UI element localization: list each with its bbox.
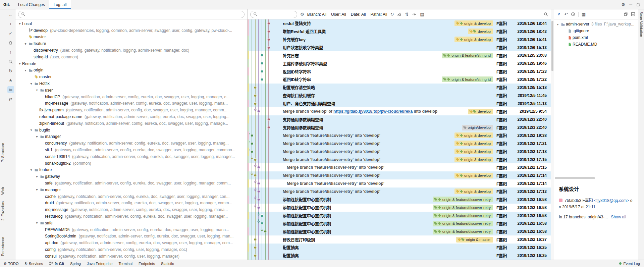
date-filter[interactable]: Date: All [351, 12, 366, 17]
log-search-input[interactable] [260, 12, 294, 17]
toolwindow-button-bean-validation[interactable]: Bean Validation [639, 11, 643, 37]
compare-icon[interactable]: ⇄ [7, 96, 14, 102]
branch-tree-row-manager[interactable]: ▾manager [15, 186, 247, 193]
commit-row[interactable]: 补充日志origin & feature/string-idF嘉阳2019/12… [248, 51, 551, 59]
commit-row[interactable]: 返回ID转字符串F嘉阳2019/12/5 17:23 [248, 67, 551, 75]
commit-row[interactable]: Merge branch 'feature/discover-retry' in… [248, 140, 551, 148]
branch-tree-row-safe[interactable]: ▾safe [15, 220, 247, 226]
branch-label[interactable]: develop [468, 109, 493, 114]
branch-label[interactable]: origin & feature/discover-retry [433, 213, 493, 218]
branch-label[interactable]: origin & develop [454, 132, 493, 138]
branch-tree-row-reformat-package-name[interactable]: reformat-package-name(gateway, notificat… [15, 113, 247, 120]
hide-icon[interactable] [631, 12, 635, 16]
float-mode-icon[interactable] [624, 12, 628, 16]
chevron-down-icon[interactable]: ▾ [35, 88, 39, 92]
group-by-packages-icon[interactable]: ▦ [582, 12, 586, 16]
commit-row[interactable]: Merge branch 'develop' of https://gitlab… [248, 107, 551, 115]
branch-tree-row-fix-jvm-param[interactable]: fix-jvm-param(gateway, notification, adm… [15, 107, 247, 113]
branch-label[interactable]: origin & feature/string-id [442, 53, 493, 58]
branch-label[interactable]: origin & develop [454, 20, 493, 26]
branch-tree-row-feature[interactable]: ▾feature [15, 40, 247, 47]
statusbar-item-6-todo[interactable]: 6: TODO [4, 262, 19, 266]
commit-row[interactable]: 用户状态接收字符类型F嘉阳2019/12/6 15:13 [248, 44, 551, 52]
commit-row[interactable]: 添加连接配置中心重试机制origin & feature/discover-re… [248, 196, 551, 204]
branch-tree-row-config[interactable]: config(gateway, notification, admin-serv… [15, 246, 247, 253]
branch-tree-row-hotfix[interactable]: ▾Hotfix [15, 80, 247, 87]
tab-log-all[interactable]: Log: all [49, 0, 71, 9]
branch-search-field[interactable] [18, 11, 245, 18]
branch-tree-row-sit-1[interactable]: sit-1(gateway, notification, admin-serve… [15, 147, 247, 153]
branch-label[interactable]: origin & feature/discover-retry [433, 221, 493, 226]
branch-label[interactable]: origin/develop [462, 125, 493, 130]
statusbar-item-spring[interactable]: Spring [70, 262, 81, 266]
statusbar-item-8-services[interactable]: 8: Services [25, 262, 43, 266]
branch-tree-row-mq-message[interactable]: mq-message(gateway, notification, admin-… [15, 206, 247, 213]
branch-tree-row-user[interactable]: ▾user [15, 87, 247, 94]
changed-file-row-pom-xml[interactable]: pom.xml [554, 34, 638, 41]
rollback-icon[interactable]: ↶ [564, 12, 568, 16]
branch-label[interactable]: origin & feature/string-id [442, 76, 493, 82]
chevron-down-icon[interactable]: ▾ [29, 168, 34, 172]
chevron-down-icon[interactable]: ▾ [29, 82, 34, 86]
branch-tree-row-bugfix[interactable]: ▾bugfix [15, 127, 247, 134]
branch-tree-row-safe[interactable]: safe(gateway, notification, admin-server… [15, 180, 247, 186]
commit-row[interactable]: 修改日志打印级别origin & masterF嘉阳2019/12/2 16:3… [248, 235, 551, 244]
commit-row[interactable]: 添加连接配置中心重试机制origin & feature/discover-re… [248, 212, 551, 220]
branch-tree-row-druid[interactable]: druid(gateway, notification, admin-serve… [15, 200, 247, 207]
chevron-down-icon[interactable]: ▾ [17, 22, 22, 25]
columns-icon[interactable]: ▤ [420, 12, 424, 16]
show-all-link[interactable]: Show all [611, 215, 626, 219]
toolwindow-button-web[interactable]: Web [1, 187, 5, 195]
branch-tree-row-feature[interactable]: ▾feature [15, 167, 247, 173]
branch-tree-row-api-doc[interactable]: api-doc(gateway, notification, admin-ser… [15, 239, 247, 246]
branch-label[interactable]: origin & feature/discover-retry [433, 197, 493, 202]
branch-tree-row-origin[interactable]: ▾origin [15, 67, 247, 74]
branch-tree-row-consul[interactable]: consul(gateway, notification, admin-serv… [15, 253, 247, 260]
log-search-field[interactable] [250, 11, 297, 18]
log-scrollbar-thumb[interactable] [551, 21, 553, 71]
group-by-directory-icon[interactable] [7, 86, 14, 93]
toolwindow-button-persistence[interactable]: Persistence [1, 237, 5, 256]
commit-row[interactable]: 用户、角色支持通用模糊查询F嘉阳2019/12/5 11:13 [248, 100, 551, 108]
cherry-pick-icon[interactable] [397, 12, 401, 16]
add-icon[interactable]: + [7, 20, 14, 27]
delete-icon[interactable] [7, 39, 14, 46]
commit-row[interactable]: 添加连接配置中心重试机制origin & feature/discover-re… [248, 204, 551, 212]
commit-row[interactable]: 配置抽离F嘉阳2019/12/2 16:25 [248, 252, 551, 260]
history-icon[interactable] [571, 12, 575, 16]
settings-icon[interactable]: ⚙ [621, 2, 625, 7]
branch-label[interactable]: origin & master [456, 237, 493, 243]
chevron-down-icon[interactable]: ▾ [23, 68, 28, 72]
branch-label[interactable]: origin & develop [454, 37, 493, 42]
commit-row[interactable]: Merge branch 'feature/discover-retry' in… [248, 156, 551, 164]
chevron-down-icon[interactable]: ▾ [29, 128, 34, 132]
commit-row[interactable]: 支持通用参数模糊查询origin/developF嘉阳2019/12/3 22:… [248, 123, 551, 131]
sort-icon[interactable]: ⇅ [405, 12, 409, 16]
log-scrollbar[interactable] [551, 9, 554, 260]
push-icon[interactable]: ↑ [7, 49, 14, 55]
commit-message-link[interactable]: https://gitlab.fjy8018.top/pw-cloud/eure… [333, 109, 413, 114]
chevron-down-icon[interactable]: ▾ [35, 188, 39, 192]
branch-tree-row-master[interactable]: master [15, 73, 247, 80]
branch-filter[interactable]: Branch: All [307, 12, 326, 17]
branch-tree-row-master[interactable]: master [15, 34, 247, 41]
commit-row[interactable]: 添加连接配置中心重试机制origin & feature/discover-re… [248, 227, 551, 235]
commit-row[interactable]: 配置缓存清空策略F嘉阳2019/12/5 15:18 [248, 84, 551, 92]
commit-row[interactable]: resful 登陆支持origin & developF嘉阳2019/12/6 … [248, 19, 551, 28]
statusbar-item-9-git[interactable]: 9: Git [49, 261, 64, 266]
chevron-down-icon[interactable]: ▾ [35, 175, 39, 178]
branch-tree-row-hikaricp[interactable]: hikariCP(gateway, notification, admin-se… [15, 94, 247, 100]
branch-tree-row-local[interactable]: ▾Local [15, 20, 247, 27]
branch-label[interactable]: origin & develop [454, 189, 493, 194]
changed-files-root-row[interactable]: ▾ admin-server 3 files F:\java_worksp... [554, 21, 638, 28]
branch-search-input[interactable] [28, 12, 241, 17]
branch-label[interactable]: origin & develop [454, 149, 493, 154]
chevron-down-icon[interactable]: ▾ [17, 62, 22, 65]
search-icon[interactable] [7, 58, 14, 65]
back-icon[interactable]: ← [7, 11, 14, 18]
statusbar-item-endpoints[interactable]: Endpoints [139, 262, 155, 266]
branch-label[interactable]: origin & develop [454, 173, 493, 178]
commit-row[interactable]: 配置抽离F嘉阳2019/12/2 16:25 [248, 244, 551, 252]
commit-row[interactable]: 主键传参使用字符串类型F嘉阳2019/12/5 19:46 [248, 59, 551, 67]
branch-label[interactable]: origin & feature/discover-retry [433, 229, 493, 234]
